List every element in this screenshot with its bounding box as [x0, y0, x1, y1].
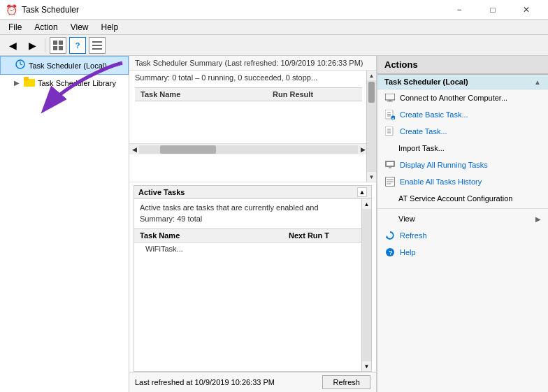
toolbar-view1-button[interactable]: [50, 37, 66, 54]
action-connect-label: Connect to Another Computer...: [400, 94, 507, 102]
title-bar: ⏰ Task Scheduler − □ ✕: [0, 0, 548, 20]
toolbar-forward-button[interactable]: ▶: [24, 37, 41, 54]
menu-help[interactable]: Help: [96, 21, 124, 34]
tree-item-library[interactable]: ▶ Task Scheduler Library: [0, 75, 129, 91]
action-display-running[interactable]: Display All Running Tasks: [377, 157, 548, 173]
toolbar-view2-button[interactable]: [89, 37, 106, 54]
active-tasks-section: Active Tasks ▲ Active tasks are tasks th…: [129, 182, 376, 372]
action-at-service[interactable]: AT Service Account Configuration: [377, 190, 548, 207]
active-scroll-down[interactable]: ▼: [362, 361, 371, 371]
refresh-icon: [384, 230, 396, 241]
action-connect[interactable]: Connect to Another Computer...: [377, 89, 548, 106]
action-import[interactable]: Import Task...: [377, 140, 548, 157]
menu-file[interactable]: File: [3, 21, 27, 34]
active-task-name: WiFiTask...: [145, 245, 183, 253]
bottom-bar: Last refreshed at 10/9/2019 10:26:33 PM …: [129, 372, 376, 392]
active-col-name: Task Name: [140, 231, 289, 240]
col-run-result: Run Result: [273, 90, 356, 99]
close-button[interactable]: ✕: [510, 3, 542, 17]
svg-rect-6: [92, 48, 102, 50]
action-help-label: Help: [400, 248, 416, 256]
svg-text:+: +: [392, 116, 395, 119]
svg-rect-4: [92, 41, 102, 43]
computer-icon: [384, 92, 396, 103]
active-col-next-run: Next Run T: [289, 231, 366, 240]
action-refresh[interactable]: Refresh: [377, 227, 548, 244]
history-icon: [384, 176, 396, 187]
summary-header-text: Task Scheduler Summary (Last refreshed: …: [135, 59, 363, 67]
action-divider-1: [377, 208, 548, 209]
create-basic-icon: +: [384, 109, 396, 120]
title-controls: − □ ✕: [443, 3, 542, 17]
action-create-label: Create Task...: [400, 127, 447, 136]
view-icon: [384, 213, 394, 224]
action-at-service-label: AT Service Account Configuration: [398, 194, 512, 203]
tree-item-local-label: Task Scheduler (Local): [29, 61, 107, 70]
summary-header: Task Scheduler Summary (Last refreshed: …: [129, 56, 376, 71]
svg-rect-1: [59, 41, 63, 45]
svg-rect-2: [53, 46, 57, 50]
active-scroll-track: [362, 209, 371, 361]
action-view-label: View: [398, 215, 415, 223]
minimize-button[interactable]: −: [443, 3, 475, 17]
title-text: Task Scheduler: [22, 5, 79, 15]
horizontal-scrollbar: ◀ ▶: [129, 143, 368, 154]
scroll-up-arrow[interactable]: ▲: [367, 71, 377, 80]
svg-rect-11: [24, 77, 29, 80]
scroll-left-arrow[interactable]: ◀: [129, 146, 139, 153]
toolbar-separator-1: [45, 38, 45, 52]
active-scroll-up[interactable]: ▲: [362, 199, 371, 209]
summary-text: Summary: 0 total – 0 running, 0 succeede…: [135, 73, 362, 82]
toolbar-help-button[interactable]: ?: [69, 37, 86, 54]
app-icon: ⏰: [6, 4, 17, 15]
active-tasks-scrollbar: ▲ ▼: [361, 199, 371, 371]
menu-bar: File Action View Help: [0, 20, 548, 35]
svg-rect-27: [389, 167, 391, 168]
svg-rect-26: [387, 162, 394, 166]
actions-section-title[interactable]: Task Scheduler (Local) ▲: [377, 75, 548, 89]
action-view-label-group: View: [384, 213, 415, 224]
maximize-button[interactable]: □: [477, 3, 509, 17]
active-tasks-title: Active Tasks: [138, 188, 185, 196]
tree-item-library-label: Task Scheduler Library: [38, 79, 116, 87]
active-task-row-1: WiFiTask...: [140, 242, 352, 255]
app-window: ⏰ Task Scheduler − □ ✕ File Action View …: [0, 0, 548, 392]
folder-icon: [24, 77, 35, 89]
expand-icon-library: ▶: [14, 79, 21, 87]
svg-marker-33: [386, 235, 389, 238]
task-table-header: Task Name Run Result: [135, 87, 362, 101]
col-task-name: Task Name: [140, 90, 273, 99]
svg-rect-5: [92, 45, 102, 46]
help-icon: ?: [384, 247, 396, 258]
svg-rect-12: [385, 94, 395, 100]
import-icon: [384, 143, 394, 154]
action-help[interactable]: ? Help: [377, 244, 548, 261]
refresh-button[interactable]: Refresh: [322, 375, 370, 389]
scroll-track[interactable]: [139, 145, 358, 154]
svg-text:?: ?: [389, 249, 393, 256]
menu-action[interactable]: Action: [29, 21, 63, 34]
actions-section-label: Task Scheduler (Local): [384, 78, 468, 86]
active-tasks-header[interactable]: Active Tasks ▲: [134, 185, 372, 199]
tree-panel: Task Scheduler (Local) ▶ Task Scheduler …: [0, 56, 129, 392]
svg-rect-0: [53, 41, 57, 45]
collapse-button[interactable]: ▲: [357, 187, 367, 197]
action-create-basic[interactable]: + Create Basic Task...: [377, 106, 548, 123]
task-table-area: Task Name Run Result: [135, 87, 362, 143]
menu-view[interactable]: View: [65, 21, 94, 34]
tree-item-task-scheduler-local[interactable]: Task Scheduler (Local): [0, 56, 129, 75]
toolbar-back-button[interactable]: ◀: [4, 37, 21, 54]
actions-header: Actions: [377, 56, 548, 75]
action-enable-history[interactable]: Enable All Tasks History: [377, 173, 548, 190]
action-display-label: Display All Running Tasks: [400, 161, 488, 169]
summary-section: Summary: 0 total – 0 running, 0 succeede…: [129, 71, 376, 182]
action-refresh-label: Refresh: [400, 231, 427, 240]
action-create[interactable]: Create Task...: [377, 123, 548, 140]
clock-icon: [15, 59, 26, 72]
vertical-scrollbar-summary: ▲ ▼: [366, 71, 376, 182]
svg-rect-3: [59, 46, 63, 50]
action-view[interactable]: View ▶: [377, 210, 548, 227]
center-panel: Task Scheduler Summary (Last refreshed: …: [129, 56, 377, 392]
scroll-down-arrow[interactable]: ▼: [367, 172, 377, 182]
at-service-icon: [384, 193, 394, 204]
